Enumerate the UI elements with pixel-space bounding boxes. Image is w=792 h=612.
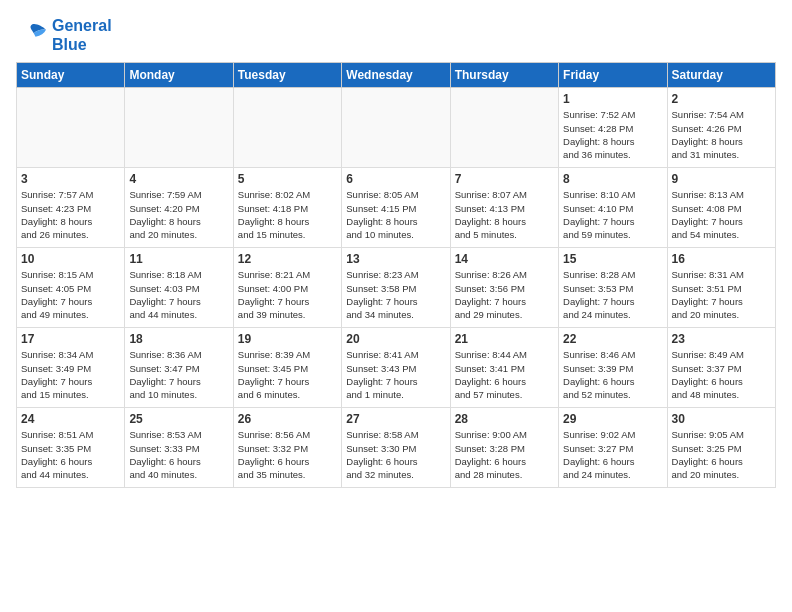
day-number: 16 xyxy=(672,252,771,266)
calendar-cell: 20Sunrise: 8:41 AM Sunset: 3:43 PM Dayli… xyxy=(342,328,450,408)
day-info: Sunrise: 8:26 AM Sunset: 3:56 PM Dayligh… xyxy=(455,268,554,321)
calendar-cell xyxy=(125,88,233,168)
day-number: 15 xyxy=(563,252,662,266)
day-info: Sunrise: 8:44 AM Sunset: 3:41 PM Dayligh… xyxy=(455,348,554,401)
day-number: 8 xyxy=(563,172,662,186)
day-number: 20 xyxy=(346,332,445,346)
calendar-cell: 8Sunrise: 8:10 AM Sunset: 4:10 PM Daylig… xyxy=(559,168,667,248)
day-number: 3 xyxy=(21,172,120,186)
calendar-table: SundayMondayTuesdayWednesdayThursdayFrid… xyxy=(16,62,776,488)
day-number: 2 xyxy=(672,92,771,106)
day-info: Sunrise: 8:34 AM Sunset: 3:49 PM Dayligh… xyxy=(21,348,120,401)
calendar-cell: 14Sunrise: 8:26 AM Sunset: 3:56 PM Dayli… xyxy=(450,248,558,328)
calendar-cell: 6Sunrise: 8:05 AM Sunset: 4:15 PM Daylig… xyxy=(342,168,450,248)
logo-text: General Blue xyxy=(52,16,112,54)
day-info: Sunrise: 8:07 AM Sunset: 4:13 PM Dayligh… xyxy=(455,188,554,241)
day-number: 1 xyxy=(563,92,662,106)
day-info: Sunrise: 9:02 AM Sunset: 3:27 PM Dayligh… xyxy=(563,428,662,481)
day-info: Sunrise: 7:59 AM Sunset: 4:20 PM Dayligh… xyxy=(129,188,228,241)
day-info: Sunrise: 8:53 AM Sunset: 3:33 PM Dayligh… xyxy=(129,428,228,481)
day-info: Sunrise: 8:58 AM Sunset: 3:30 PM Dayligh… xyxy=(346,428,445,481)
calendar-cell xyxy=(450,88,558,168)
day-info: Sunrise: 8:51 AM Sunset: 3:35 PM Dayligh… xyxy=(21,428,120,481)
calendar-cell: 26Sunrise: 8:56 AM Sunset: 3:32 PM Dayli… xyxy=(233,408,341,488)
weekday-header: Friday xyxy=(559,63,667,88)
day-number: 4 xyxy=(129,172,228,186)
day-number: 21 xyxy=(455,332,554,346)
day-info: Sunrise: 8:05 AM Sunset: 4:15 PM Dayligh… xyxy=(346,188,445,241)
day-info: Sunrise: 8:02 AM Sunset: 4:18 PM Dayligh… xyxy=(238,188,337,241)
day-number: 11 xyxy=(129,252,228,266)
calendar-cell: 24Sunrise: 8:51 AM Sunset: 3:35 PM Dayli… xyxy=(17,408,125,488)
day-info: Sunrise: 8:46 AM Sunset: 3:39 PM Dayligh… xyxy=(563,348,662,401)
day-number: 6 xyxy=(346,172,445,186)
calendar-cell xyxy=(17,88,125,168)
day-number: 10 xyxy=(21,252,120,266)
day-number: 17 xyxy=(21,332,120,346)
day-info: Sunrise: 8:41 AM Sunset: 3:43 PM Dayligh… xyxy=(346,348,445,401)
day-info: Sunrise: 8:15 AM Sunset: 4:05 PM Dayligh… xyxy=(21,268,120,321)
day-info: Sunrise: 7:54 AM Sunset: 4:26 PM Dayligh… xyxy=(672,108,771,161)
calendar-cell xyxy=(342,88,450,168)
weekday-header: Monday xyxy=(125,63,233,88)
day-info: Sunrise: 8:10 AM Sunset: 4:10 PM Dayligh… xyxy=(563,188,662,241)
day-info: Sunrise: 8:39 AM Sunset: 3:45 PM Dayligh… xyxy=(238,348,337,401)
day-info: Sunrise: 8:18 AM Sunset: 4:03 PM Dayligh… xyxy=(129,268,228,321)
day-number: 27 xyxy=(346,412,445,426)
day-info: Sunrise: 9:00 AM Sunset: 3:28 PM Dayligh… xyxy=(455,428,554,481)
day-info: Sunrise: 9:05 AM Sunset: 3:25 PM Dayligh… xyxy=(672,428,771,481)
calendar-cell: 7Sunrise: 8:07 AM Sunset: 4:13 PM Daylig… xyxy=(450,168,558,248)
day-number: 22 xyxy=(563,332,662,346)
day-info: Sunrise: 8:49 AM Sunset: 3:37 PM Dayligh… xyxy=(672,348,771,401)
day-number: 28 xyxy=(455,412,554,426)
day-number: 12 xyxy=(238,252,337,266)
day-info: Sunrise: 8:28 AM Sunset: 3:53 PM Dayligh… xyxy=(563,268,662,321)
day-info: Sunrise: 8:23 AM Sunset: 3:58 PM Dayligh… xyxy=(346,268,445,321)
weekday-header: Tuesday xyxy=(233,63,341,88)
calendar-cell: 9Sunrise: 8:13 AM Sunset: 4:08 PM Daylig… xyxy=(667,168,775,248)
day-info: Sunrise: 8:13 AM Sunset: 4:08 PM Dayligh… xyxy=(672,188,771,241)
day-number: 23 xyxy=(672,332,771,346)
calendar-cell: 2Sunrise: 7:54 AM Sunset: 4:26 PM Daylig… xyxy=(667,88,775,168)
day-number: 9 xyxy=(672,172,771,186)
day-number: 24 xyxy=(21,412,120,426)
calendar-cell: 21Sunrise: 8:44 AM Sunset: 3:41 PM Dayli… xyxy=(450,328,558,408)
weekday-header: Saturday xyxy=(667,63,775,88)
day-number: 14 xyxy=(455,252,554,266)
calendar-cell: 30Sunrise: 9:05 AM Sunset: 3:25 PM Dayli… xyxy=(667,408,775,488)
weekday-header: Wednesday xyxy=(342,63,450,88)
calendar-cell: 10Sunrise: 8:15 AM Sunset: 4:05 PM Dayli… xyxy=(17,248,125,328)
day-number: 7 xyxy=(455,172,554,186)
weekday-header: Sunday xyxy=(17,63,125,88)
calendar-cell xyxy=(233,88,341,168)
calendar-cell: 25Sunrise: 8:53 AM Sunset: 3:33 PM Dayli… xyxy=(125,408,233,488)
calendar-cell: 16Sunrise: 8:31 AM Sunset: 3:51 PM Dayli… xyxy=(667,248,775,328)
calendar-cell: 29Sunrise: 9:02 AM Sunset: 3:27 PM Dayli… xyxy=(559,408,667,488)
day-info: Sunrise: 7:52 AM Sunset: 4:28 PM Dayligh… xyxy=(563,108,662,161)
calendar-cell: 22Sunrise: 8:46 AM Sunset: 3:39 PM Dayli… xyxy=(559,328,667,408)
calendar-cell: 3Sunrise: 7:57 AM Sunset: 4:23 PM Daylig… xyxy=(17,168,125,248)
calendar-cell: 13Sunrise: 8:23 AM Sunset: 3:58 PM Dayli… xyxy=(342,248,450,328)
calendar-cell: 15Sunrise: 8:28 AM Sunset: 3:53 PM Dayli… xyxy=(559,248,667,328)
day-number: 13 xyxy=(346,252,445,266)
day-info: Sunrise: 7:57 AM Sunset: 4:23 PM Dayligh… xyxy=(21,188,120,241)
day-number: 25 xyxy=(129,412,228,426)
day-number: 26 xyxy=(238,412,337,426)
day-number: 30 xyxy=(672,412,771,426)
calendar-cell: 12Sunrise: 8:21 AM Sunset: 4:00 PM Dayli… xyxy=(233,248,341,328)
day-info: Sunrise: 8:56 AM Sunset: 3:32 PM Dayligh… xyxy=(238,428,337,481)
calendar-cell: 19Sunrise: 8:39 AM Sunset: 3:45 PM Dayli… xyxy=(233,328,341,408)
day-number: 5 xyxy=(238,172,337,186)
calendar-cell: 23Sunrise: 8:49 AM Sunset: 3:37 PM Dayli… xyxy=(667,328,775,408)
calendar-cell: 27Sunrise: 8:58 AM Sunset: 3:30 PM Dayli… xyxy=(342,408,450,488)
calendar-cell: 1Sunrise: 7:52 AM Sunset: 4:28 PM Daylig… xyxy=(559,88,667,168)
calendar-cell: 4Sunrise: 7:59 AM Sunset: 4:20 PM Daylig… xyxy=(125,168,233,248)
day-number: 29 xyxy=(563,412,662,426)
calendar-cell: 5Sunrise: 8:02 AM Sunset: 4:18 PM Daylig… xyxy=(233,168,341,248)
logo: General Blue xyxy=(16,16,112,54)
day-info: Sunrise: 8:36 AM Sunset: 3:47 PM Dayligh… xyxy=(129,348,228,401)
day-info: Sunrise: 8:21 AM Sunset: 4:00 PM Dayligh… xyxy=(238,268,337,321)
page-header: General Blue xyxy=(16,16,776,54)
day-number: 18 xyxy=(129,332,228,346)
calendar-cell: 28Sunrise: 9:00 AM Sunset: 3:28 PM Dayli… xyxy=(450,408,558,488)
